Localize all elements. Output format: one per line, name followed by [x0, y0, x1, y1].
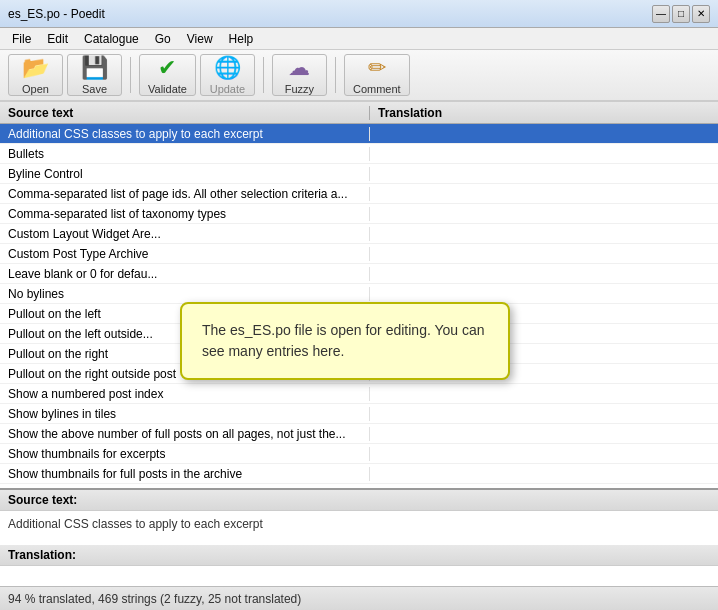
comment-button[interactable]: ✏ Comment	[344, 54, 410, 96]
save-icon: 💾	[81, 55, 108, 81]
table-row[interactable]: Bullets	[0, 144, 718, 164]
toolbar-separator-3	[335, 57, 336, 93]
fuzzy-button[interactable]: ☁ Fuzzy	[272, 54, 327, 96]
table-header: Source text Translation	[0, 102, 718, 124]
row-source-text: Bullets	[0, 147, 370, 161]
row-source-text: Comma-separated list of taxonomy types	[0, 207, 370, 221]
row-source-text: Leave blank or 0 for defau...	[0, 267, 370, 281]
table-row[interactable]: Show bylines in tiles	[0, 404, 718, 424]
close-button[interactable]: ✕	[692, 5, 710, 23]
table-row[interactable]: Show the above number of full posts on a…	[0, 424, 718, 444]
open-label: Open	[22, 83, 49, 95]
tooltip-text: The es_ES.po file is open for editing. Y…	[202, 322, 485, 359]
row-source-text: Show thumbnails for full posts in the ar…	[0, 467, 370, 481]
translation-panel-label: Translation:	[0, 545, 718, 566]
translation-column-header: Translation	[370, 106, 718, 120]
save-label: Save	[82, 83, 107, 95]
row-source-text: Byline Control	[0, 167, 370, 181]
fuzzy-label: Fuzzy	[285, 83, 314, 95]
table-row[interactable]: Show thumbnails for full posts in the ar…	[0, 464, 718, 484]
update-icon: 🌐	[214, 55, 241, 81]
table-row[interactable]: Byline Control	[0, 164, 718, 184]
maximize-button[interactable]: □	[672, 5, 690, 23]
table-row[interactable]: Show a numbered post index	[0, 384, 718, 404]
row-source-text: Comma-separated list of page ids. All ot…	[0, 187, 370, 201]
update-button[interactable]: 🌐 Update	[200, 54, 255, 96]
menu-go[interactable]: Go	[147, 28, 179, 49]
toolbar-separator-1	[130, 57, 131, 93]
comment-icon: ✏	[368, 55, 386, 81]
menu-file[interactable]: File	[4, 28, 39, 49]
save-button[interactable]: 💾 Save	[67, 54, 122, 96]
menu-bar: File Edit Catalogue Go View Help	[0, 28, 718, 50]
status-bar: 94 % translated, 469 strings (2 fuzzy, 2…	[0, 586, 718, 610]
menu-catalogue[interactable]: Catalogue	[76, 28, 147, 49]
status-text: 94 % translated, 469 strings (2 fuzzy, 2…	[8, 592, 301, 606]
menu-edit[interactable]: Edit	[39, 28, 76, 49]
tooltip-box: The es_ES.po file is open for editing. Y…	[180, 302, 510, 380]
row-source-text: Show thumbnails for excerpts	[0, 447, 370, 461]
row-source-text: Show a numbered post index	[0, 387, 370, 401]
validate-label: Validate	[148, 83, 187, 95]
source-text-content: Additional CSS classes to apply to each …	[0, 511, 718, 547]
open-button[interactable]: 📂 Open	[8, 54, 63, 96]
row-source-text: Additional CSS classes to apply to each …	[0, 127, 370, 141]
source-panel-label: Source text:	[0, 490, 718, 511]
minimize-button[interactable]: —	[652, 5, 670, 23]
table-row[interactable]: Leave blank or 0 for defau...	[0, 264, 718, 284]
table-row[interactable]: Custom Layout Widget Are...	[0, 224, 718, 244]
menu-help[interactable]: Help	[221, 28, 262, 49]
toolbar-separator-2	[263, 57, 264, 93]
toolbar: 📂 Open 💾 Save ✔ Validate 🌐 Update ☁ Fuzz…	[0, 50, 718, 102]
open-icon: 📂	[22, 55, 49, 81]
table-row[interactable]: Comma-separated list of page ids. All ot…	[0, 184, 718, 204]
tooltip-overlay: The es_ES.po file is open for editing. Y…	[180, 302, 510, 380]
fuzzy-icon: ☁	[288, 55, 310, 81]
table-row[interactable]: Comma-separated list of taxonomy types	[0, 204, 718, 224]
validate-button[interactable]: ✔ Validate	[139, 54, 196, 96]
row-source-text: Custom Layout Widget Are...	[0, 227, 370, 241]
title-bar: es_ES.po - Poedit — □ ✕	[0, 0, 718, 28]
window-title: es_ES.po - Poedit	[8, 7, 105, 21]
table-row[interactable]: Custom Post Type Archive	[0, 244, 718, 264]
window-controls[interactable]: — □ ✕	[652, 5, 710, 23]
validate-icon: ✔	[158, 55, 176, 81]
row-source-text: Show the above number of full posts on a…	[0, 427, 370, 441]
row-source-text: Show bylines in tiles	[0, 407, 370, 421]
table-row[interactable]: Show thumbnails for excerpts	[0, 444, 718, 464]
row-source-text: Custom Post Type Archive	[0, 247, 370, 261]
comment-label: Comment	[353, 83, 401, 95]
table-row[interactable]: Additional CSS classes to apply to each …	[0, 124, 718, 144]
source-text-panel: Source text: Additional CSS classes to a…	[0, 490, 718, 545]
source-column-header: Source text	[0, 106, 370, 120]
table-row[interactable]: No bylines	[0, 284, 718, 304]
row-source-text: No bylines	[0, 287, 370, 301]
update-label: Update	[210, 83, 245, 95]
translation-table: Source text Translation Additional CSS c…	[0, 102, 718, 490]
menu-view[interactable]: View	[179, 28, 221, 49]
